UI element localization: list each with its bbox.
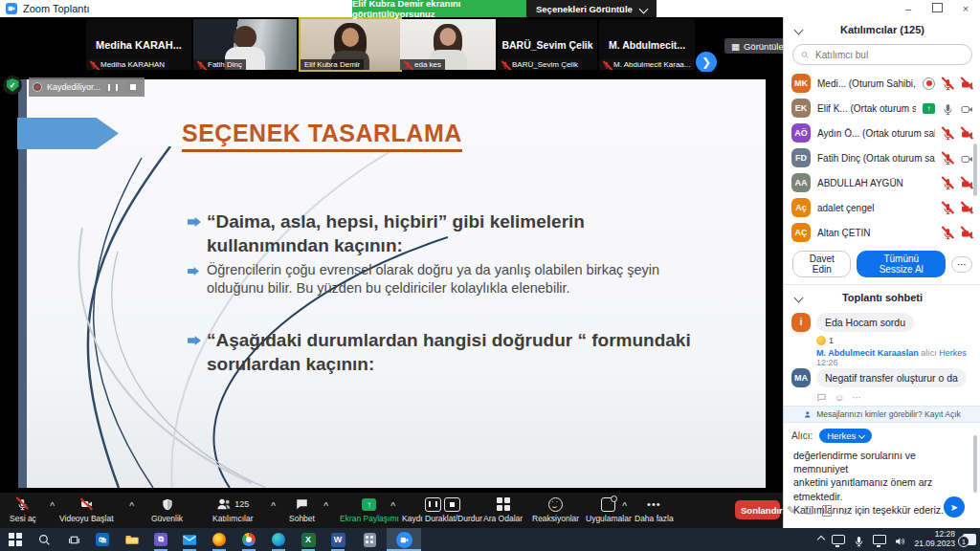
remote-app-icon[interactable]: ⧉ [153, 532, 168, 547]
microsoft-store-icon[interactable]: 🛍 [95, 532, 110, 547]
emoji-icon[interactable]: ☺ [840, 505, 851, 517]
stop-recording-button[interactable] [125, 80, 141, 94]
participants-options-caret[interactable]: ^ [271, 500, 276, 510]
firefox-icon[interactable] [212, 532, 227, 547]
recipient-select[interactable]: Herkes [819, 429, 872, 443]
format-pencil-icon[interactable]: ✎ [787, 504, 795, 517]
message-more-icon[interactable]: ⋯ [852, 392, 861, 403]
chat-message: İ Eda Hocam sordu [784, 310, 980, 335]
muted-mic-icon [197, 61, 205, 69]
chat-button[interactable]: Sohbet [289, 496, 315, 523]
tray-mic-icon[interactable] [853, 534, 865, 545]
participant-row[interactable]: AÇ Altan ÇETİN [784, 220, 980, 245]
mic-on-icon [942, 102, 954, 115]
send-message-button[interactable]: ➤ [944, 496, 965, 518]
reply-bubble-icon[interactable] [816, 392, 827, 403]
participant-row[interactable]: Aç adalet çengel [784, 195, 980, 220]
edge-icon[interactable] [271, 532, 286, 547]
chat-message-list: İ Eda Hocam sordu 1 M. Abdulmecit Karaas… [784, 310, 980, 528]
stop-recording-button[interactable] [444, 497, 460, 512]
invite-button[interactable]: Davet Edin [792, 251, 851, 277]
task-view-icon[interactable] [66, 532, 81, 547]
composer-more-icon[interactable]: ⋯ [859, 504, 870, 517]
zoom-taskbar-icon[interactable] [387, 528, 421, 551]
virtual-desktop-icon[interactable] [832, 535, 845, 544]
attach-file-icon[interactable] [822, 505, 832, 517]
mail-icon[interactable] [182, 532, 197, 547]
participant-search[interactable] [792, 44, 972, 65]
composer-toolbar: ✎ ❏ ☺ ⋯ [787, 504, 870, 517]
slide-arrow-shape [17, 118, 119, 149]
pause-recording-button[interactable] [425, 497, 441, 512]
participants-more-button[interactable]: ⋯ [951, 256, 972, 273]
view-options-button[interactable]: Seçenekleri Görüntüle [526, 0, 657, 17]
speaker-icon[interactable] [894, 534, 906, 545]
camera-off-icon [961, 202, 973, 214]
camera-off-icon [961, 127, 973, 140]
video-tile-abdulmecit[interactable]: M. Abdulmecit... M. Abdulmecit Karaa... [599, 19, 695, 70]
meeting-security-shield-icon[interactable]: ✓ [3, 76, 22, 95]
mic-options-caret[interactable]: ^ [50, 500, 55, 510]
excel-icon[interactable]: X [301, 532, 316, 547]
view-layout-button[interactable]: ▦ Görüntüle [724, 38, 791, 54]
mute-all-button[interactable]: Tümünü Sessize Al [857, 251, 946, 277]
video-tile-sevim[interactable]: BARÜ_Sevim Çelik BARÜ_Sevim Çelik [498, 19, 597, 70]
add-reaction-icon[interactable]: ☺ [835, 392, 844, 403]
chat-scrollbar[interactable] [973, 435, 977, 493]
video-tile-elif-active[interactable]: Elif Kubra Demir [299, 17, 402, 72]
chrome-icon[interactable] [241, 532, 256, 547]
reactions-button[interactable]: Reaksiyonlar [532, 496, 579, 523]
participant-row[interactable]: AÖ Aydın Ö... (Ortak oturum sahibi) [784, 121, 980, 145]
window-title: Zoom Toplantı [23, 3, 90, 14]
notification-count-badge: 1 [958, 536, 969, 547]
muted-mic-icon [942, 202, 954, 214]
search-input[interactable] [813, 49, 964, 61]
apps-options-caret[interactable]: ^ [622, 500, 627, 510]
screenshot-icon[interactable]: ❏ [804, 504, 813, 517]
maximize-button[interactable] [923, 0, 951, 17]
end-meeting-button[interactable]: Sonlandır [735, 500, 780, 519]
collapse-participants-icon[interactable] [794, 26, 804, 35]
participant-row[interactable]: AA ABDULLAH AYGÜN [784, 170, 980, 195]
more-button[interactable]: ••• Daha fazla [635, 496, 674, 523]
breakout-rooms-button[interactable]: Ara Odalar [483, 496, 523, 523]
video-tile-mediha[interactable]: Mediha KARAH... Mediha KARAHAN [86, 19, 191, 70]
tray-expand-icon[interactable] [817, 536, 825, 543]
shared-screen-area: SEÇENEK TASARLAMA “Daima, asla, hepsi, h… [0, 72, 783, 493]
search-icon[interactable] [36, 532, 52, 547]
file-explorer-icon[interactable] [124, 532, 140, 547]
muted-mic-icon [90, 61, 98, 69]
start-video-button[interactable]: Videoyu Başlat [59, 496, 114, 523]
chat-bubble-icon [295, 497, 309, 511]
video-tile-eda[interactable]: eda kes [400, 19, 496, 70]
pause-recording-button[interactable] [105, 80, 121, 94]
collapse-chat-icon[interactable] [794, 294, 804, 303]
chat-options-caret[interactable]: ^ [323, 500, 328, 510]
close-button[interactable]: × [951, 0, 980, 17]
avatar: Aç [791, 198, 811, 217]
camera-off-icon [80, 497, 93, 511]
avatar: FD [791, 148, 811, 167]
word-icon[interactable]: W [330, 532, 345, 547]
participant-row[interactable]: EK Elif K... (Ortak oturum sahibi) ↑ [784, 96, 980, 121]
video-options-caret[interactable]: ^ [129, 500, 134, 510]
message-reaction[interactable]: 1 [816, 336, 980, 345]
calculator-icon[interactable] [362, 532, 377, 547]
network-icon[interactable] [873, 535, 886, 544]
participant-row[interactable]: FD Fatih Dinç (Ortak oturum sahibi) [784, 145, 980, 170]
next-page-arrow-button[interactable]: ❯ [696, 52, 717, 73]
unmute-button[interactable]: Sesi aç [10, 496, 36, 523]
participants-scrollbar[interactable] [973, 143, 977, 196]
start-button[interactable] [8, 532, 23, 547]
video-tile-fatih[interactable]: Fatih Dinç [193, 19, 297, 70]
share-options-caret[interactable]: ^ [390, 500, 395, 510]
avatar: AÖ [791, 123, 811, 143]
security-button[interactable]: Güvenlik [151, 496, 183, 523]
participants-button[interactable]: 125 Katılımcılar [212, 496, 254, 523]
participant-row[interactable]: MK Medi... (Oturum Sahibi, ben) [784, 71, 980, 96]
taskbar-clock[interactable]: 12:28 21.09.2023 [914, 530, 955, 549]
minimize-button[interactable]: – [894, 0, 923, 17]
video-thumbnail-strip: Mediha KARAH... Mediha KARAHAN Fatih Din… [0, 17, 783, 72]
participants-header: Katılımcılar (125) [784, 17, 980, 42]
action-center-icon[interactable]: 1 [963, 534, 976, 545]
